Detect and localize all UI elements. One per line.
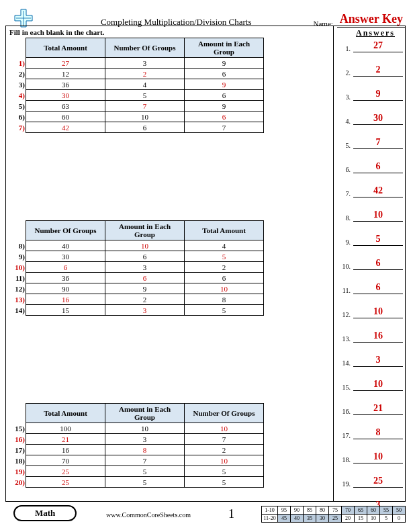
cell: 9 xyxy=(185,79,264,90)
row-number: 3) xyxy=(10,81,25,89)
cell: 8 xyxy=(105,445,185,455)
cell: 5 xyxy=(185,251,264,262)
cell: 7 xyxy=(105,101,185,112)
cell: 3 xyxy=(105,434,185,445)
cell: 309) xyxy=(26,251,105,262)
table-row: 2116)37 xyxy=(26,434,264,445)
cell: 6 xyxy=(105,122,185,133)
cell: 1613) xyxy=(26,294,105,305)
answer-row: 7.42 xyxy=(338,185,403,197)
table-row: 427)67 xyxy=(26,122,264,133)
cell: 606) xyxy=(26,112,105,122)
column-header: Amount in Each Group xyxy=(105,221,185,240)
answer-number: 9. xyxy=(338,238,351,246)
answer-row: 11.6 xyxy=(338,282,403,294)
answer-value: 30 xyxy=(353,113,403,125)
row-number: 10) xyxy=(10,263,25,271)
answer-value: 3 xyxy=(353,355,403,367)
table-row: 610)32 xyxy=(26,262,264,273)
row-number: 8) xyxy=(10,242,25,250)
cell: 10 xyxy=(105,240,185,251)
answer-number: 8. xyxy=(338,214,351,222)
answer-number: 4. xyxy=(338,118,351,125)
cell: 2519) xyxy=(26,466,105,477)
answer-value: 6 xyxy=(353,282,403,294)
answers-column: 1.272.23.94.305.76.67.428.109.510.611.61… xyxy=(338,40,403,524)
instructions: Fill in each blank in the chart. xyxy=(9,28,105,36)
cell: 2 xyxy=(185,262,264,273)
cell: 9 xyxy=(185,101,264,112)
cell: 6 xyxy=(185,90,264,101)
chart-table: Number Of GroupsAmount in Each GroupTota… xyxy=(26,220,264,316)
column-header: Number Of Groups xyxy=(185,404,264,423)
column-header: Number Of Groups xyxy=(105,38,185,58)
column-header: Total Amount xyxy=(185,221,264,240)
cell: 10 xyxy=(185,283,264,294)
answer-value: 7 xyxy=(353,137,403,149)
column-header: Total Amount xyxy=(26,404,105,423)
cell: 5 xyxy=(185,466,264,477)
row-number: 2) xyxy=(10,70,25,78)
table-row: 1514)35 xyxy=(26,305,264,316)
answer-number: 10. xyxy=(338,263,351,270)
cell: 3 xyxy=(105,262,185,273)
answer-number: 14. xyxy=(338,359,351,367)
cell: 6 xyxy=(105,273,185,283)
name-label: Name: xyxy=(314,19,333,28)
row-number: 11) xyxy=(10,274,25,282)
score-row-label: 1-10 xyxy=(262,506,278,515)
cell: 5 xyxy=(185,477,264,488)
cell: 7 xyxy=(185,122,264,133)
table-row: 635)79 xyxy=(26,101,264,112)
answer-row: 8.10 xyxy=(338,210,403,222)
table-row: 1613)28 xyxy=(26,294,264,305)
column-header: Total Amount xyxy=(26,38,105,58)
main-content: Total AmountNumber Of GroupsAmount in Ea… xyxy=(8,38,330,490)
row-number: 1) xyxy=(10,59,25,67)
table-row: 408)104 xyxy=(26,240,264,251)
cell: 427) xyxy=(26,122,105,133)
answer-number: 15. xyxy=(338,384,351,391)
answer-row: 15.10 xyxy=(338,379,403,391)
answer-value: 27 xyxy=(353,40,403,52)
cell: 8 xyxy=(185,294,264,305)
answer-number: 12. xyxy=(338,311,351,318)
answer-value: 25 xyxy=(353,476,403,488)
cell: 10 xyxy=(185,455,264,466)
table-row: 10015)1010 xyxy=(26,423,264,434)
cell: 122) xyxy=(26,69,105,79)
cell: 9 xyxy=(185,58,264,69)
answer-number: 16. xyxy=(338,408,351,415)
cell: 6 xyxy=(105,251,185,262)
answers-heading: Answers xyxy=(356,28,395,38)
answer-value: 42 xyxy=(353,185,403,197)
table-row: 2520)55 xyxy=(26,477,264,488)
chart-table-block: Total AmountNumber Of GroupsAmount in Ea… xyxy=(8,38,330,133)
answer-value: 10 xyxy=(353,306,403,318)
cell: 271) xyxy=(26,58,105,69)
answer-value: 10 xyxy=(353,379,403,391)
cell: 7 xyxy=(105,455,185,466)
column-header: Amount in Each Group xyxy=(105,404,185,423)
answer-row: 1.27 xyxy=(338,40,403,52)
answer-row: 10.6 xyxy=(338,258,403,270)
row-number: 5) xyxy=(10,102,25,110)
cell: 6 xyxy=(185,69,264,79)
answer-row: 18.10 xyxy=(338,451,403,463)
table-row: 7018)710 xyxy=(26,455,264,466)
table-row: 9012)910 xyxy=(26,283,264,294)
row-number: 7) xyxy=(10,124,25,132)
answer-row: 17.8 xyxy=(338,427,403,439)
answer-value: 6 xyxy=(353,258,403,270)
answer-row: 2.2 xyxy=(338,64,403,77)
cell: 635) xyxy=(26,101,105,112)
answer-value: 21 xyxy=(353,403,403,415)
row-number: 9) xyxy=(10,253,25,261)
answer-row: 9.5 xyxy=(338,234,403,246)
answer-row: 12.10 xyxy=(338,306,403,318)
cell: 5 xyxy=(105,477,185,488)
cell: 7 xyxy=(185,434,264,445)
cell: 3 xyxy=(105,58,185,69)
table-row: 363)49 xyxy=(26,79,264,90)
row-number: 20) xyxy=(10,478,25,486)
